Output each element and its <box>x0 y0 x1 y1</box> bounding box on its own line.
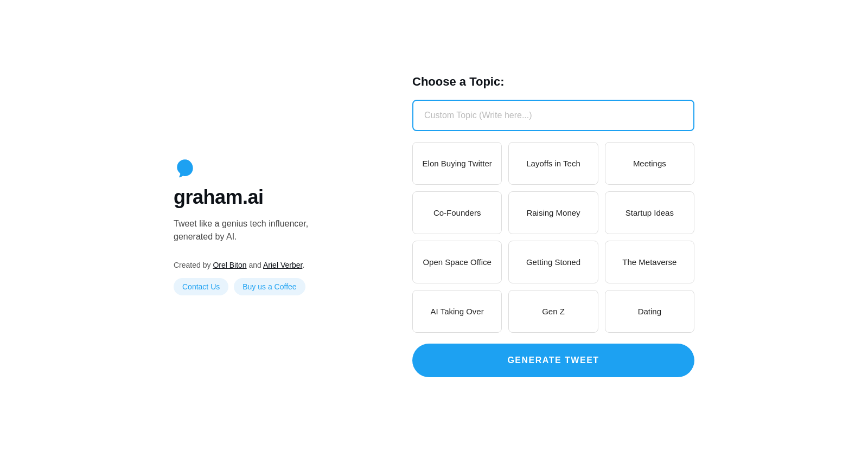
topic-getting-stoned[interactable]: Getting Stoned <box>508 241 598 283</box>
action-buttons: Contact Us Buy us a Coffee <box>174 278 305 295</box>
topic-ai-taking-over[interactable]: AI Taking Over <box>412 290 502 333</box>
creator1-link[interactable]: Orel Biton <box>213 261 246 269</box>
topic-layoffs-in-tech[interactable]: Layoffs in Tech <box>508 142 598 185</box>
created-by: Created by Orel Biton and Ariel Verber. <box>174 261 304 269</box>
creator2-link[interactable]: Ariel Verber <box>263 261 302 269</box>
topic-gen-z[interactable]: Gen Z <box>508 290 598 333</box>
left-panel: graham.ai Tweet like a genius tech influ… <box>174 157 347 295</box>
custom-topic-input[interactable] <box>412 100 694 131</box>
topic-open-space-office[interactable]: Open Space Office <box>412 241 502 283</box>
topic-the-metaverse[interactable]: The Metaverse <box>605 241 694 283</box>
generate-tweet-button[interactable]: GENERATE TWEET <box>412 344 694 377</box>
section-title: Choose a Topic: <box>412 75 694 89</box>
coffee-button[interactable]: Buy us a Coffee <box>234 278 305 295</box>
topics-grid: Elon Buying Twitter Layoffs in Tech Meet… <box>412 142 694 333</box>
app-description: Tweet like a genius tech influencer, gen… <box>174 217 308 243</box>
app-title: graham.ai <box>174 186 264 209</box>
contact-button[interactable]: Contact Us <box>174 278 228 295</box>
topic-startup-ideas[interactable]: Startup Ideas <box>605 191 694 234</box>
topic-raising-money[interactable]: Raising Money <box>508 191 598 234</box>
page-container: graham.ai Tweet like a genius tech influ… <box>0 0 868 452</box>
topic-meetings[interactable]: Meetings <box>605 142 694 185</box>
topic-elon-buying-twitter[interactable]: Elon Buying Twitter <box>412 142 502 185</box>
logo-icon <box>174 157 196 179</box>
right-panel: Choose a Topic: Elon Buying Twitter Layo… <box>412 75 694 377</box>
topic-dating[interactable]: Dating <box>605 290 694 333</box>
topic-co-founders[interactable]: Co-Founders <box>412 191 502 234</box>
